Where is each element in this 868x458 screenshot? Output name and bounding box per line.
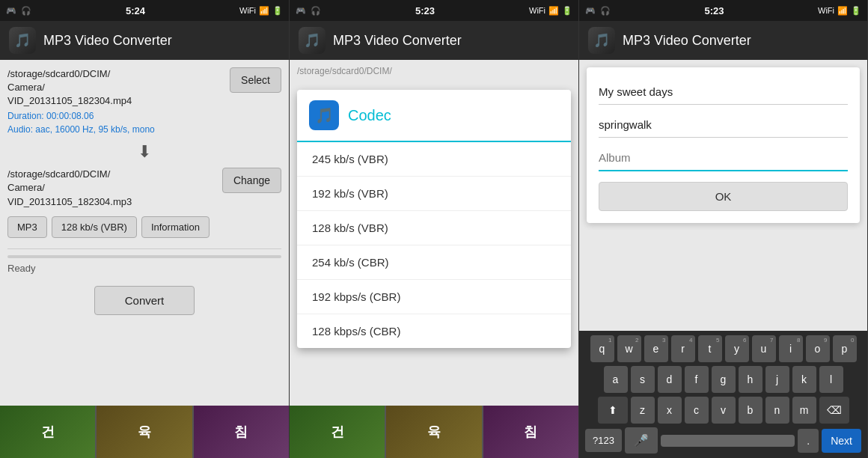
app-title-1: MP3 Video Converter xyxy=(43,33,172,49)
app-logo-1: 🎵 xyxy=(9,27,36,54)
battery-icon-2: 🔋 xyxy=(562,6,572,16)
app-header-3: 🎵 MP3 Video Converter xyxy=(579,21,867,60)
key-m[interactable]: m xyxy=(792,397,816,424)
headphone-icon: 🎧 xyxy=(21,6,31,16)
album-field[interactable] xyxy=(599,145,848,171)
input-path-text: /storage/sdcard0/DCIM/Camera/VID_2013110… xyxy=(7,67,224,109)
next-key[interactable]: Next xyxy=(822,429,861,453)
key-c[interactable]: c xyxy=(685,397,709,424)
codec-item-1[interactable]: 192 kb/s (VBR) xyxy=(297,177,571,211)
key-q[interactable]: 1q xyxy=(590,335,614,362)
key-r[interactable]: 4r xyxy=(671,335,695,362)
key-l[interactable]: l xyxy=(819,366,843,393)
ad-content-1: 건 육 침 xyxy=(0,406,289,458)
key-h[interactable]: h xyxy=(739,366,762,393)
headphone-icon-2: 🎧 xyxy=(311,6,321,16)
codec-item-3[interactable]: 254 kb/s (CBR) xyxy=(297,245,571,280)
key-y[interactable]: 6y xyxy=(725,335,749,362)
key-n[interactable]: n xyxy=(765,397,789,424)
convert-button[interactable]: Convert xyxy=(94,286,195,315)
mic-key[interactable]: 🎤 xyxy=(625,427,658,454)
key-v[interactable]: v xyxy=(712,397,736,424)
main-content-1: /storage/sdcard0/DCIM/Camera/VID_2013110… xyxy=(0,60,289,406)
key-b[interactable]: b xyxy=(739,397,762,424)
artist-field[interactable] xyxy=(599,112,848,138)
status-icons-right-1: WiFi 📶 🔋 xyxy=(239,6,283,16)
options-row: MP3 128 kb/s (VBR) Information xyxy=(7,216,281,238)
ad-tile-3: 침 xyxy=(194,406,289,458)
status-bar-3: 🎮 🎧 5:23 WiFi 📶 🔋 xyxy=(579,0,867,21)
arrow-down-icon: ⬇ xyxy=(7,142,281,162)
status-icons-left-3: 🎮 🎧 xyxy=(585,6,611,16)
codec-logo: 🎵 xyxy=(309,100,339,130)
title-field[interactable] xyxy=(599,79,848,105)
codec-item-4[interactable]: 192 kbps/s (CBR) xyxy=(297,280,571,314)
app-logo-3: 🎵 xyxy=(588,27,615,54)
duration-text: Duration: 00:00:08.06 xyxy=(7,110,224,123)
status-icons-left: 🎮 🎧 xyxy=(6,6,31,16)
space-key[interactable] xyxy=(661,435,795,447)
wifi-icon-2: WiFi xyxy=(529,6,545,15)
battery-icon-3: 🔋 xyxy=(851,6,861,16)
key-g[interactable]: g xyxy=(712,366,736,393)
ad-tile-2-3: 침 xyxy=(483,406,578,458)
codec-header: 🎵 Codec xyxy=(297,90,571,142)
status-time-3: 5:23 xyxy=(704,5,724,16)
key-s[interactable]: s xyxy=(631,366,655,393)
key-d[interactable]: d xyxy=(658,366,682,393)
status-label: Ready xyxy=(7,263,281,274)
key-k[interactable]: k xyxy=(792,366,816,393)
status-icons-left-2: 🎮 🎧 xyxy=(296,6,321,16)
output-path-text: /storage/sdcard0/DCIM/Camera/VID_2013110… xyxy=(7,168,216,209)
android-icon: 🎮 xyxy=(6,6,16,16)
key-x[interactable]: x xyxy=(658,397,682,424)
delete-key[interactable]: ⌫ xyxy=(819,397,849,424)
num-switch-key[interactable]: ?123 xyxy=(585,429,622,452)
ad-content-2: 건 육 침 xyxy=(290,406,578,458)
codec-dropdown: 🎵 Codec 245 kb/s (VBR) 192 kb/s (VBR) 12… xyxy=(297,90,571,348)
codec-item-0[interactable]: 245 kb/s (VBR) xyxy=(297,142,571,177)
codec-overlay: /storage/sdcard0/DCIM/ 🎵 Codec 245 kb/s … xyxy=(290,60,578,406)
bitrate-button[interactable]: 128 kb/s (VBR) xyxy=(52,216,137,238)
format-button[interactable]: MP3 xyxy=(7,216,47,238)
change-button[interactable]: Change xyxy=(222,168,281,193)
battery-icon: 🔋 xyxy=(272,6,283,16)
app-logo-2: 🎵 xyxy=(299,27,326,54)
audio-text: Audio: aac, 16000 Hz, 95 kb/s, mono xyxy=(7,123,224,136)
panel-converter: 🎮 🎧 5:24 WiFi 📶 🔋 🎵 MP3 Video Converter … xyxy=(0,0,290,458)
keyboard-row-1: 1q 2w 3e 4r 5t 6y 7u 8i 9o 0p xyxy=(582,335,864,362)
headphone-icon-3: 🎧 xyxy=(600,6,611,16)
key-a[interactable]: a xyxy=(604,366,628,393)
key-z[interactable]: z xyxy=(631,397,655,424)
android-icon-2: 🎮 xyxy=(296,6,306,16)
status-icons-right-2: WiFi 📶 🔋 xyxy=(529,6,572,16)
key-p[interactable]: 0p xyxy=(833,335,857,362)
key-t[interactable]: 5t xyxy=(698,335,722,362)
key-f[interactable]: f xyxy=(685,366,709,393)
ad-tile-2-1: 건 xyxy=(290,406,385,458)
key-u[interactable]: 7u xyxy=(752,335,776,362)
codec-item-5[interactable]: 128 kbps/s (CBR) xyxy=(297,314,571,348)
information-button[interactable]: Information xyxy=(141,216,210,238)
shift-key[interactable]: ⬆ xyxy=(598,397,628,424)
ad-tile-2: 육 xyxy=(97,406,192,458)
codec-title: Codec xyxy=(348,107,391,124)
select-button[interactable]: Select xyxy=(230,67,281,93)
status-time-1: 5:24 xyxy=(126,5,145,16)
key-o[interactable]: 9o xyxy=(806,335,830,362)
period-key[interactable]: . xyxy=(798,429,819,453)
key-i[interactable]: 8i xyxy=(779,335,803,362)
app-header-2: 🎵 MP3 Video Converter xyxy=(290,21,578,60)
progress-bar xyxy=(7,255,281,258)
app-header-1: 🎵 MP3 Video Converter xyxy=(0,21,289,60)
ad-banner-1: 건 육 침 xyxy=(0,406,289,458)
ok-button[interactable]: OK xyxy=(599,182,848,211)
key-w[interactable]: 2w xyxy=(617,335,641,362)
key-j[interactable]: j xyxy=(765,366,789,393)
signal-icon: 📶 xyxy=(259,6,269,16)
codec-item-2[interactable]: 128 kb/s (VBR) xyxy=(297,211,571,245)
status-bar-2: 🎮 🎧 5:23 WiFi 📶 🔋 xyxy=(290,0,578,21)
key-e[interactable]: 3e xyxy=(644,335,668,362)
app-title-3: MP3 Video Converter xyxy=(623,33,751,49)
keyboard-bottom-row: ?123 🎤 . Next xyxy=(582,427,864,454)
